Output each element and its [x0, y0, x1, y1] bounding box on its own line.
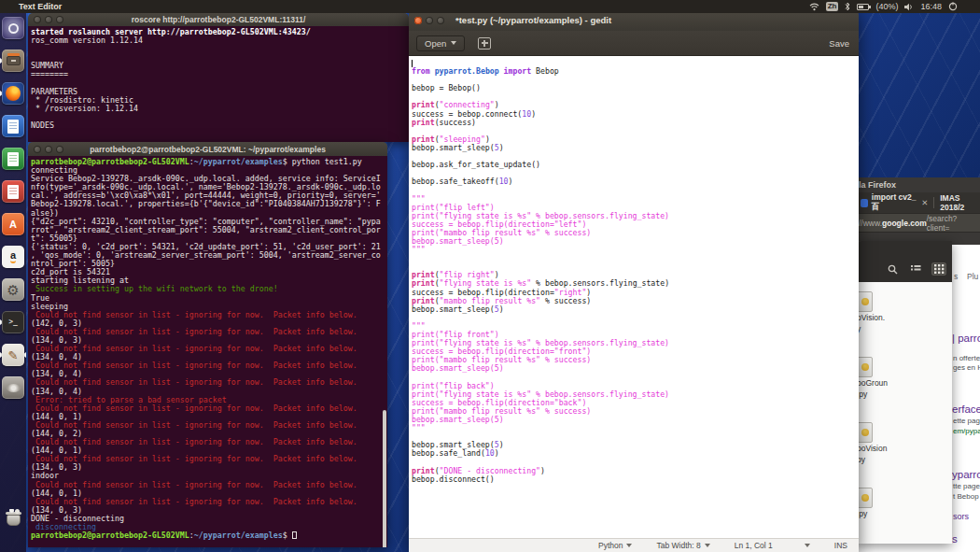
firefox-icon	[2, 82, 24, 105]
maximize-button[interactable]	[437, 17, 444, 24]
terminal-line: SUMMARY	[31, 62, 409, 70]
minimize-button[interactable]	[45, 146, 52, 153]
file-item[interactable]: .py	[857, 488, 922, 519]
search-result-fragment[interactable]: | parrot	[952, 333, 980, 344]
launcher-libreoffice-calc-icon[interactable]	[0, 148, 26, 170]
code-line: bebop.smart_sleep(5)	[412, 305, 859, 314]
libreoffice-writer-icon	[2, 115, 24, 137]
disk-icon	[2, 376, 24, 399]
launcher-amazon-icon[interactable]: a	[0, 246, 26, 268]
file-name-fragment: pVision.	[857, 314, 922, 323]
clock[interactable]: 16:48	[920, 2, 942, 11]
ubuntu-dash-icon	[2, 17, 24, 39]
terminal-titlebar[interactable]: parrotbebop2@parrotbebop2-GL502VML: ~/py…	[28, 142, 387, 156]
search-result-fragment: Plu	[967, 272, 978, 281]
firefox-titlebar[interactable]: la Firefox	[859, 177, 980, 192]
list-view-icon[interactable]	[908, 262, 923, 276]
terminal-titlebar[interactable]: roscore http://parrotbebop2-GL502VML:113…	[28, 13, 409, 26]
browser-tab-2[interactable]: IMAS 2018/2	[940, 193, 980, 212]
terminal-line: Could not find sensor in list - ignoring…	[31, 345, 387, 353]
url-bar[interactable]: //www.google.com/search?client=	[859, 213, 980, 233]
launcher-ubuntu-software-icon[interactable]: A	[0, 213, 26, 235]
terminal-output[interactable]: parrotbebop2@parrotbebop2-GL502VML:~/pyp…	[28, 156, 387, 547]
code-line: bebop.ask_for_state_update()	[412, 161, 859, 169]
battery-icon[interactable]	[857, 4, 869, 10]
terminal-line	[31, 45, 409, 53]
terminal-cursor	[292, 531, 297, 539]
launcher-terminal-icon[interactable]: >_	[0, 311, 26, 333]
tab-divider	[933, 197, 934, 208]
window-buttons	[34, 16, 63, 23]
launcher-libreoffice-writer-icon[interactable]	[0, 115, 26, 137]
maximize-button[interactable]	[56, 16, 63, 23]
terminal-line: Could not find sensor in list - ignoring…	[31, 498, 387, 506]
file-name-fragment: boVision	[857, 445, 922, 454]
goto-line-selector[interactable]	[805, 544, 810, 547]
files-window: pVision.yboGroun.pyboVisionpy.py	[857, 241, 952, 544]
close-button[interactable]	[34, 16, 41, 23]
bluetooth-icon[interactable]	[845, 2, 850, 11]
launcher-libreoffice-impress-icon[interactable]	[0, 180, 26, 203]
file-name-fragment: py	[857, 456, 922, 465]
code-line: """	[412, 246, 859, 254]
search-result-fragment[interactable]: erface f	[952, 403, 980, 415]
wifi-icon[interactable]	[809, 3, 819, 11]
launcher-disk-icon[interactable]	[0, 376, 26, 399]
search-result-fragment[interactable]: s	[952, 533, 958, 545]
terminal-window-bebop: parrotbebop2@parrotbebop2-GL502VML: ~/py…	[28, 142, 387, 547]
maximize-button[interactable]	[56, 146, 63, 153]
close-button[interactable]	[414, 17, 422, 24]
amazon-icon: a	[2, 246, 24, 268]
code-line: from pyparrot.Bebop import Bebop	[412, 67, 859, 76]
tab-favicon	[861, 199, 868, 207]
grid-view-icon[interactable]	[931, 262, 946, 276]
gedit-window: *test.py (~/pyparrot/examples) - gedit O…	[409, 9, 859, 552]
code-line: success = bebop.connect(10)	[412, 110, 859, 119]
close-button[interactable]	[34, 146, 41, 153]
gedit-icon: ✎	[2, 344, 24, 366]
terminal-output[interactable]: started roslaunch server http://parrotbe…	[28, 26, 409, 142]
code-line	[412, 254, 859, 262]
keyboard-layout-indicator[interactable]: Zh	[826, 2, 839, 11]
language-label: Python	[598, 541, 623, 550]
new-document-icon[interactable]	[478, 37, 491, 50]
file-item[interactable]: pVision.y	[857, 291, 922, 333]
search-result-fragment: ette page	[953, 417, 980, 425]
terminal-line: True	[31, 294, 387, 303]
tab-close-icon[interactable]: ✕	[921, 198, 928, 207]
launcher-system-settings-icon[interactable]: ⚙	[0, 278, 26, 301]
url-host: google.com	[882, 219, 927, 228]
language-selector[interactable]: Python	[598, 541, 632, 550]
code-editor[interactable]: from pyparrot.Bebop import Bebop bebop =…	[409, 56, 859, 538]
volume-icon[interactable]	[904, 3, 914, 11]
search-icon[interactable]	[885, 262, 900, 276]
code-line	[412, 314, 859, 322]
search-result-fragment[interactable]: yparrot	[952, 469, 980, 480]
search-result-fragment[interactable]: sors	[953, 512, 969, 521]
active-app-title[interactable]: Text Editor	[19, 2, 62, 11]
code-line: bebop.smart_sleep(5)	[412, 237, 859, 246]
save-button[interactable]: Save	[829, 38, 849, 49]
python-file-icon	[857, 357, 873, 377]
terminal-line: Could not find sensor in list - ignoring…	[31, 328, 387, 336]
scrollbar-thumb[interactable]	[383, 410, 386, 547]
search-result-fragment: ges en Hi	[953, 363, 980, 372]
open-button[interactable]: Open	[416, 35, 465, 51]
launcher-ubuntu-dash-icon[interactable]	[0, 17, 26, 39]
libreoffice-impress-icon	[2, 180, 24, 203]
launcher-trash-icon[interactable]	[0, 509, 26, 531]
minimize-button[interactable]	[45, 16, 52, 23]
launcher-gedit-icon[interactable]: ✎	[0, 344, 26, 366]
terminal-line: * /rosversion: 1.12.14	[31, 105, 409, 113]
firefox-tabbar: import cv2_百 ✕ IMAS 2018/2	[859, 192, 980, 213]
terminal-window-roscore: roscore http://parrotbebop2-GL502VML:113…	[28, 13, 409, 142]
file-item[interactable]: boVisionpy	[857, 422, 922, 464]
launcher-files-icon[interactable]	[0, 50, 26, 72]
minimize-button[interactable]	[426, 17, 433, 24]
session-power-icon[interactable]	[948, 2, 958, 11]
launcher-firefox-icon[interactable]	[0, 82, 26, 105]
terminal-line: Could not find sensor in list - ignoring…	[31, 481, 387, 489]
file-item[interactable]: boGroun.py	[857, 357, 922, 399]
browser-tab-1[interactable]: import cv2_百	[872, 192, 917, 213]
tab-width-selector[interactable]: Tab Width: 8	[656, 541, 709, 550]
